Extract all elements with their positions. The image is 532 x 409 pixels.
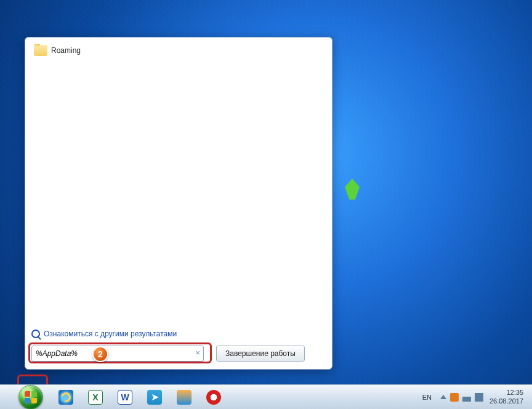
- system-tray: EN 12:35 26.08.2017: [420, 389, 532, 405]
- network-icon[interactable]: [462, 393, 471, 402]
- telegram-icon: ➤: [147, 390, 162, 405]
- taskbar-pinned-items: X W ➤: [53, 387, 227, 407]
- clock[interactable]: 12:35 26.08.2017: [490, 389, 523, 405]
- taskbar-item-excel[interactable]: X: [83, 387, 108, 407]
- taskbar-item-gallery[interactable]: [171, 387, 197, 407]
- taskbar-item-word[interactable]: W: [112, 387, 138, 407]
- start-menu-panel: Roaming Ознакомиться с другими результат…: [25, 37, 332, 370]
- result-item-roaming[interactable]: Roaming: [31, 44, 326, 57]
- start-button[interactable]: [18, 385, 43, 410]
- result-label: Roaming: [51, 46, 81, 55]
- clock-date: 26.08.2017: [490, 397, 523, 405]
- tray-icon-group: [440, 393, 483, 402]
- gallery-icon: [177, 390, 191, 405]
- show-hidden-icons-icon[interactable]: [440, 395, 446, 399]
- shutdown-button[interactable]: Завершение работы: [216, 346, 305, 362]
- see-more-results-link[interactable]: Ознакомиться с другими результатами: [31, 330, 177, 338]
- folder-icon: [34, 45, 47, 56]
- see-more-label: Ознакомиться с другими результатами: [44, 330, 177, 338]
- search-results-list: Roaming: [31, 44, 326, 323]
- volume-icon[interactable]: [475, 393, 483, 402]
- taskbar-item-internet-explorer[interactable]: [53, 387, 79, 407]
- clock-time: 12:35: [490, 389, 523, 397]
- wallpaper-leaf-decoration: [345, 179, 360, 200]
- search-icon: [31, 330, 40, 338]
- start-menu-bottom-row: × Завершение работы: [31, 344, 326, 363]
- action-center-icon[interactable]: [450, 393, 459, 402]
- search-field-wrap: ×: [31, 346, 204, 362]
- taskbar-item-telegram[interactable]: ➤: [142, 387, 167, 407]
- annotation-badge-2: 2: [92, 346, 108, 362]
- ie-icon: [58, 390, 73, 405]
- excel-icon: X: [88, 390, 103, 405]
- opera-icon: [206, 390, 221, 405]
- windows-logo-icon: [25, 391, 37, 403]
- word-icon: W: [118, 390, 132, 405]
- language-indicator[interactable]: EN: [420, 392, 434, 402]
- search-input[interactable]: [31, 346, 204, 362]
- taskbar-item-opera[interactable]: [201, 387, 227, 407]
- taskbar: X W ➤ EN 12:35 26.08.2017: [0, 384, 532, 409]
- clear-search-icon[interactable]: ×: [195, 348, 200, 357]
